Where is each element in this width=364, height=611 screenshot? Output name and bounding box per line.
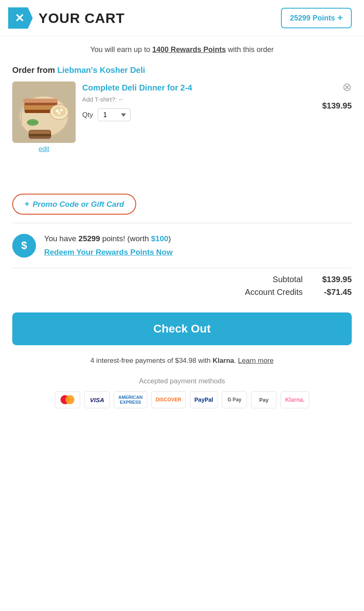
rewards-bottom-section: $ You have 25299 points! (worth $100) Re… <box>0 223 364 268</box>
rewards-icon-symbol: $ <box>21 239 27 252</box>
restaurant-name[interactable]: Liebman's Kosher Deli <box>57 66 145 75</box>
item-qty-row: Qty 1 2 3 4 <box>82 109 352 121</box>
rewards-points-count: 25299 <box>79 234 100 243</box>
item-image <box>12 81 76 143</box>
gpay-icon: G Pay <box>222 391 247 408</box>
header-left: ✕ YOUR CART <box>8 7 125 29</box>
klarna-badge-icon: Klarna. <box>281 391 309 408</box>
redeem-link[interactable]: Redeem Your Rewards Points Now <box>44 247 173 258</box>
rewards-text-suffix: ) <box>169 234 171 243</box>
qty-select[interactable]: 1 2 3 4 <box>98 109 130 121</box>
visa-icon: VISA <box>84 391 110 408</box>
checkout-button[interactable]: Check Out <box>12 312 352 345</box>
rewards-prefix: You will earn up to <box>90 45 152 54</box>
credits-value: -$71.45 <box>315 287 352 297</box>
order-from-label: Order from <box>12 66 57 75</box>
promo-label: Promo Code or Gift Card <box>33 200 124 209</box>
addon-label: Add T-shirt?: <box>82 96 117 103</box>
promo-section: + Promo Code or Gift Card <box>0 181 364 223</box>
payment-methods-section: Accepted payment methods VISA AMERICANEX… <box>0 373 364 421</box>
rewards-worth-value: $100 <box>151 234 168 243</box>
payment-icons-row: VISA AMERICANEXPRESS DISCOVER PayPal G P… <box>12 391 352 408</box>
payment-label: Accepted payment methods <box>12 377 352 385</box>
item-edit-link[interactable]: edit <box>12 145 76 153</box>
credits-label: Account Credits <box>245 287 303 297</box>
svg-point-13 <box>60 109 63 112</box>
promo-plus-icon: + <box>25 199 29 209</box>
rewards-dollar-icon: $ <box>12 234 36 258</box>
header: ✕ YOUR CART 25299 Points + <box>0 0 364 36</box>
mc-circle-orange <box>65 395 74 404</box>
item-image-container: edit <box>12 81 76 153</box>
svg-point-12 <box>56 109 59 113</box>
order-from: Order from Liebman's Kosher Deli <box>12 66 352 75</box>
logo-x-icon: ✕ <box>15 11 24 25</box>
klarna-section: 4 interest-free payments of $34.98 with … <box>0 353 364 373</box>
item-details: Complete Deli Dinner for 2-4 Add T-shirt… <box>82 81 352 121</box>
qty-label: Qty <box>82 111 93 119</box>
remove-item-button[interactable]: ⊗ <box>342 81 352 93</box>
points-plus-icon: + <box>337 13 343 23</box>
discover-icon: DISCOVER <box>151 391 186 408</box>
subtotal-row: Subtotal $139.95 <box>12 275 352 284</box>
subtotal-label: Subtotal <box>273 275 303 284</box>
mastercard-icon <box>55 391 80 408</box>
applepay-icon: Pay <box>251 391 276 408</box>
svg-rect-17 <box>29 134 51 136</box>
klarna-text: 4 interest-free payments of $34.98 with <box>90 357 213 364</box>
amex-icon: AMERICANEXPRESS <box>114 391 147 408</box>
rewards-points-text: You have 25299 points! (worth $100) <box>44 233 173 245</box>
totals-section: Subtotal $139.95 Account Credits -$71.45 <box>0 268 364 308</box>
logo-badge: ✕ <box>8 7 33 29</box>
rewards-text: You have 25299 points! (worth $100) Rede… <box>44 233 173 258</box>
svg-point-11 <box>53 106 66 116</box>
paypal-icon: PayPal <box>190 391 218 408</box>
klarna-learn-more[interactable]: Learn more <box>238 357 274 364</box>
svg-rect-6 <box>23 99 58 103</box>
points-label: 25299 Points <box>290 14 335 23</box>
spacer <box>0 157 364 181</box>
item-name: Complete Deli Dinner for 2-4 <box>82 83 352 93</box>
svg-point-14 <box>58 112 61 115</box>
rewards-text-prefix: You have <box>44 234 79 243</box>
cart-item: edit Complete Deli Dinner for 2-4 Add T-… <box>12 81 352 153</box>
rewards-suffix: with this order <box>226 45 274 54</box>
rewards-notice: You will earn up to 1400 Rewards Points … <box>0 36 364 58</box>
order-section: Order from Liebman's Kosher Deli <box>0 58 364 157</box>
item-addon: Add T-shirt?: -- <box>82 96 352 103</box>
addon-value: -- <box>119 96 123 103</box>
subtotal-value: $139.95 <box>315 275 352 284</box>
page-title: YOUR CART <box>38 10 125 26</box>
credits-row: Account Credits -$71.45 <box>12 287 352 297</box>
item-price: $139.95 <box>322 101 352 111</box>
promo-code-button[interactable]: + Promo Code or Gift Card <box>12 194 136 215</box>
item-food-svg <box>12 81 76 143</box>
rewards-points-link[interactable]: 1400 Rewards Points <box>152 45 226 54</box>
points-button[interactable]: 25299 Points + <box>281 8 352 28</box>
klarna-brand: Klarna <box>213 357 234 364</box>
checkout-section: Check Out <box>0 308 364 353</box>
rewards-text-middle: points! (worth <box>100 234 151 243</box>
